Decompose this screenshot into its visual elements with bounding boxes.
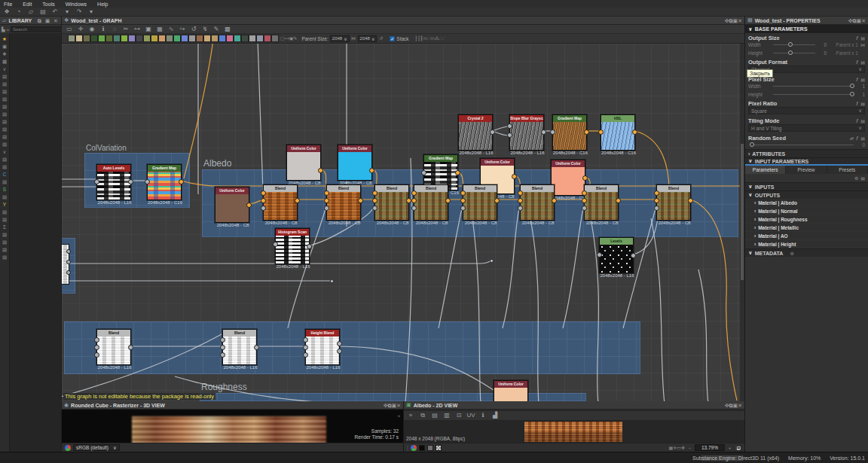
graph-node[interactable]: Crystal 22048x2048 - L16 [458,114,493,151]
node-palette-icon[interactable] [113,35,121,42]
graph-node[interactable]: Auto Levels2048x2048 - L16 [96,164,131,200]
node-palette-icon[interactable] [249,35,256,42]
node-input-pin[interactable] [273,242,278,247]
library-category-icon[interactable]: ▤ [2,232,7,237]
node-output-pin[interactable] [318,168,323,173]
connect-tool-icon[interactable]: ⊶ [133,26,142,33]
node-input-pin[interactable] [598,129,604,135]
node-output-pin[interactable] [616,198,621,203]
graph-node[interactable]: Blend2048x2048 - C8 [414,184,448,221]
graph-node[interactable]: Blend2048x2048 - C8 [520,184,555,221]
library-category-icon[interactable]: ▤ [2,217,7,222]
menu-file[interactable]: File [4,2,12,7]
node-input-pin[interactable] [94,345,99,350]
node-input-pin[interactable] [582,206,587,211]
node-output-pin[interactable] [582,175,588,181]
node-palette-icon[interactable] [143,35,151,42]
node-palette-icon[interactable] [158,35,166,42]
width-unit-dropdown[interactable]: Parent x 1 [827,42,858,47]
reset-size-icon[interactable]: ↺ [378,35,384,42]
node-input-pin[interactable] [372,190,377,196]
channels-icon[interactable] [411,445,417,451]
home-icon[interactable]: ◔ [14,8,23,16]
tab-presets[interactable]: Presets [827,166,868,174]
graph-node[interactable]: Blend2048x2048 - C8 [326,184,361,221]
node-output-pin[interactable] [254,345,259,350]
link-size-icon[interactable]: ⋈ [351,35,356,42]
graph-node[interactable]: HSL2048x2048 - C16 [601,114,635,151]
secondary-size-dropdown[interactable]: 2048∨ [358,35,377,42]
pixel-height-slider[interactable] [773,94,854,95]
library-category-icon[interactable]: ∨ [3,66,7,72]
library-category-icon[interactable]: ▤ [2,111,7,117]
node-output-pin[interactable] [490,129,495,135]
node-input-pin[interactable] [518,198,523,203]
cut-links-icon[interactable]: ✂ [121,26,130,33]
graph-canvas[interactable]: ColVariationAlbedoRoughness This graph i… [62,44,744,401]
node-input-pin[interactable] [324,190,329,196]
node-output-pin[interactable] [179,179,184,184]
library-category-icon[interactable]: ▤ [2,247,7,252]
node-output-pin[interactable] [246,203,252,208]
graph-node[interactable]: Uniform Color2048x2048 - C8 [551,160,585,196]
node-input-pin[interactable] [411,198,417,203]
node-output-pin[interactable] [369,168,374,173]
zoom-out-button[interactable]: − [687,444,692,452]
preset-icon[interactable]: ▤ [860,101,865,106]
undo-menu-caret[interactable]: ▾ [63,8,72,16]
pin-graph-icon[interactable]: ✎ [293,36,297,41]
node-palette-icon[interactable] [128,35,136,42]
node-palette-icon[interactable] [203,35,211,42]
function-icon[interactable]: ƒ [856,59,858,64]
node-output-pin[interactable] [631,253,636,258]
node-input-pin[interactable] [507,123,512,129]
output-row[interactable]: ›Material | AO [745,232,868,239]
link-wh-icon[interactable]: ⋈ [860,42,865,47]
graph-node[interactable]: Uniform Color [494,380,528,401]
graph-node[interactable]: Histogram Scan2048x2048 - L16 [275,228,310,264]
node-input-pin[interactable] [372,198,377,203]
output-row[interactable]: ›Material | Normal [745,207,868,215]
library-category-icon[interactable]: ▤ [2,194,7,200]
node-input-pin[interactable] [220,352,225,358]
library-category-icon[interactable]: ▤ [2,157,7,162]
node-palette-icon[interactable] [75,35,83,42]
function-icon[interactable]: ƒ [856,118,858,123]
node-palette-icon[interactable] [181,35,188,42]
graph-node[interactable]: Gradient Map2048x2048 - C16 [147,164,182,200]
open-icon[interactable]: ▱ [26,8,35,16]
function-icon[interactable]: ƒ [856,101,858,105]
node-input-pin[interactable] [324,198,329,203]
node-output-pin[interactable] [337,349,342,354]
close-icon[interactable]: ✕ [53,17,59,24]
graph-node[interactable]: Slope Blur Grayscale2048x2048 - L16 [509,114,544,151]
node-input-pin[interactable] [460,190,466,196]
pixel-ratio-dropdown[interactable]: Square∨ [748,107,865,114]
node-input-pin[interactable] [303,352,308,358]
zoom-level-input[interactable]: 13.79% [695,444,725,451]
node-input-pin[interactable] [550,129,555,135]
preset-icon[interactable]: ▤ [860,77,865,82]
colorspace-dropdown[interactable]: sRGB (default)∨ [73,444,120,451]
close-icon[interactable]: ✕ [738,18,742,23]
node-input-pin[interactable] [220,345,225,350]
random-seed-slider[interactable] [750,145,854,145]
node-palette-icon[interactable] [90,35,98,42]
zoom-tool-icon[interactable]: ◌ [110,26,119,33]
graph-node[interactable]: Levels2048x2048 - L16 [599,237,634,273]
section-inputs[interactable]: ∨INPUTS [745,182,868,190]
overflow-icon[interactable]: » [396,412,402,419]
node-output-pin[interactable] [632,129,637,135]
node-palette-icon[interactable] [136,35,143,42]
node-input-pin[interactable] [303,345,308,350]
section-attributes[interactable]: ›ATTRIBUTES [745,149,868,157]
spread-icon[interactable]: ∵ [442,36,445,41]
node-output-pin[interactable] [688,198,693,203]
node-input-pin[interactable] [220,337,225,343]
library-category-icon[interactable]: Y [3,202,6,207]
node-input-pin[interactable] [582,198,587,203]
library-category-icon[interactable]: ▤ [2,239,7,245]
section-metadata[interactable]: ∨METADATA ⚙ [745,248,868,257]
graph-node[interactable]: Blend2048x2048 - C8 [584,184,619,221]
node-palette-icon[interactable] [271,35,279,42]
